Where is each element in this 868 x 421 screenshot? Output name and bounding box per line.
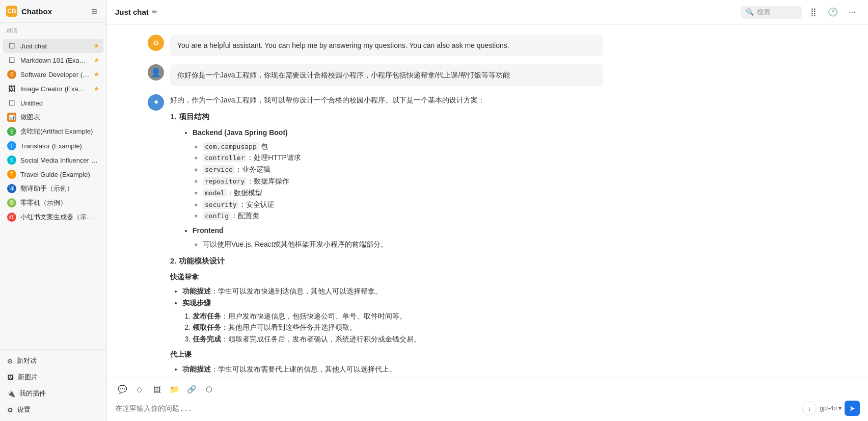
chat-mode-btn[interactable]: 💬 xyxy=(115,382,129,397)
system-message-content: You are a helpful assistant. You can hel… xyxy=(170,35,603,56)
sidebar-section-label: 对话 xyxy=(0,23,106,37)
image-creator-icon: 🖼 xyxy=(7,84,16,93)
columns-btn[interactable]: ⣿ xyxy=(806,5,821,20)
model-label: gpt-4o xyxy=(820,405,837,412)
model-chevron-icon: ▾ xyxy=(838,405,842,412)
subsection-express: 快递帮拿 xyxy=(170,271,603,282)
plugins-icon: 🔌 xyxy=(7,390,15,398)
scroll-to-bottom-btn[interactable]: ↓ xyxy=(802,401,817,415)
step-2: 领取任务：其他用户可以看到这些任务并选择领取。 xyxy=(193,322,603,333)
sidebar-item-translator[interactable]: T Translator (Example) xyxy=(3,139,103,153)
untitled-icon: ☐ xyxy=(7,98,16,108)
star-icon: ★ xyxy=(94,85,99,92)
sub-bullet-security: security：安全认证 xyxy=(203,199,603,210)
dev-icon: S xyxy=(7,70,16,79)
sidebar-item-label: 翻译助手（示例） xyxy=(20,184,99,193)
step-1: 发布任务：用户发布快递信息，包括快递公司、单号、取件时间等。 xyxy=(193,310,603,322)
search-placeholder: 搜索 xyxy=(757,8,770,17)
assistant-intro: 好的，作为一个Java工程师，我可以帮你设计一个合格的校园小程序。以下是一个基本… xyxy=(170,94,603,106)
subsection-class: 代上课 xyxy=(170,349,603,360)
sub-bullet-frontend-desc: 可以使用Vue.js, React或其他框架开发小程序的前端部分。 xyxy=(203,239,603,250)
sidebar-item-label: Translator (Example) xyxy=(20,142,99,150)
sidebar-toggle-btn[interactable]: ⊟ xyxy=(88,5,100,17)
app-title: Chatbox xyxy=(21,7,84,16)
sidebar-list: ☐ Just chat ★ ☐ Markdown 101 (Example) ★… xyxy=(0,37,106,349)
diamond-btn[interactable]: ◇ xyxy=(132,382,147,397)
sidebar-item-label: 贪吃蛇(Artifact Example) xyxy=(20,127,99,136)
express-steps: 实现步骤 发布任务：用户发布快递信息，包括快递公司、单号、取件时间等。 领取任务… xyxy=(182,297,603,345)
sidebar-item-untitled[interactable]: ☐ Untitled xyxy=(3,96,103,110)
system-message-text: You are a helpful assistant. You can hel… xyxy=(177,41,509,49)
chat-input[interactable] xyxy=(115,402,797,414)
app-logo: CB xyxy=(6,6,17,17)
sidebar-item-just-chat[interactable]: ☐ Just chat ★ xyxy=(3,39,103,53)
class-desc: 功能描述：学生可以发布需要代上课的信息，其他人可以选择代上。 xyxy=(182,363,603,375)
social-icon: S xyxy=(7,155,16,165)
assistant-message-content: 好的，作为一个Java工程师，我可以帮你设计一个合格的校园小程序。以下是一个基本… xyxy=(170,94,603,377)
bullet-frontend: Frontend 可以使用Vue.js, React或其他框架开发小程序的前端部… xyxy=(193,225,603,250)
new-chat-icon: ⊕ xyxy=(7,357,13,365)
bullet-backend: Backend (Java Spring Boot) com.campusapp… xyxy=(193,127,603,222)
search-box[interactable]: 🔍 搜索 xyxy=(741,6,802,19)
input-toolbar: 💬 ◇ 🖼 📁 🔗 ⬡ xyxy=(115,382,860,397)
sidebar-item-image-creator[interactable]: 🖼 Image Creator (Example) ★ xyxy=(3,82,103,96)
edit-title-icon[interactable]: ✏ xyxy=(152,8,157,16)
new-chat-label: 新对话 xyxy=(17,356,37,365)
sidebar: CB Chatbox ⊟ 对话 ☐ Just chat ★ ☐ Markdown… xyxy=(0,0,107,421)
sidebar-item-graph[interactable]: 📊 做图表 xyxy=(3,110,103,124)
more-btn[interactable]: ··· xyxy=(845,5,860,20)
user-avatar: 👤 xyxy=(148,64,164,81)
search-icon: 🔍 xyxy=(746,8,754,16)
sub-bullet-service: service：业务逻辑 xyxy=(203,164,603,175)
sidebar-item-label: Markdown 101 (Example) xyxy=(20,57,90,64)
folder-btn[interactable]: 📁 xyxy=(167,382,181,397)
sidebar-bottom: ⊕ 新对话 🖼 新图片 🔌 我的插件 ⚙ 设置 xyxy=(0,349,106,421)
sidebar-item-label: 小红书文案生成器（示例） xyxy=(20,213,99,222)
errand-icon: 零 xyxy=(7,198,16,207)
plugins-label: 我的插件 xyxy=(19,389,46,398)
chat-icon: ☐ xyxy=(7,41,16,50)
sidebar-item-software-dev[interactable]: S Software Developer (Example) ★ xyxy=(3,67,103,82)
sidebar-item-translator-zh[interactable]: 译 翻译助手（示例） xyxy=(3,181,103,196)
sidebar-item-social-media[interactable]: S Social Media Influencer (Example) xyxy=(3,153,103,167)
system-avatar: ⚙ xyxy=(148,35,164,51)
star-icon: ★ xyxy=(94,57,99,64)
travel-icon: T xyxy=(7,170,16,179)
new-image-btn[interactable]: 🖼 新图片 xyxy=(3,369,103,385)
settings-btn[interactable]: ⚙ 设置 xyxy=(3,402,103,418)
sidebar-item-snake[interactable]: S 贪吃蛇(Artifact Example) xyxy=(3,124,103,139)
snake-icon: S xyxy=(7,127,16,136)
input-right: ↓ gpt-4o ▾ ➤ xyxy=(802,401,860,416)
new-chat-btn[interactable]: ⊕ 新对话 xyxy=(3,353,103,369)
new-image-label: 新图片 xyxy=(18,373,38,382)
main-panel: Just chat ✏ 🔍 搜索 ⣿ 🕐 ··· ⚙ You are a hel… xyxy=(107,0,868,421)
sidebar-item-markdown[interactable]: ☐ Markdown 101 (Example) ★ xyxy=(3,53,103,67)
sidebar-item-xiaohongshu[interactable]: 红 小红书文案生成器（示例） xyxy=(3,210,103,224)
history-btn[interactable]: 🕐 xyxy=(825,5,840,20)
sub-bullet-repository: repository：数据库操作 xyxy=(203,175,603,187)
sub-bullet-controller: controller：处理HTTP请求 xyxy=(203,152,603,164)
link-btn[interactable]: 🔗 xyxy=(184,382,199,397)
model-selector[interactable]: gpt-4o ▾ xyxy=(820,405,842,412)
sidebar-item-label: Image Creator (Example) xyxy=(20,85,90,93)
image-btn[interactable]: 🖼 xyxy=(150,382,164,397)
new-image-icon: 🖼 xyxy=(7,374,14,381)
user-message-content: 你好你是一个Java工程师，你现在需要设计合格校园小程序，小程序包括快递帮拿/代… xyxy=(170,64,603,86)
markdown-icon: ☐ xyxy=(7,56,16,65)
sidebar-item-label: Untitled xyxy=(20,99,99,107)
section-title-1: 1. 项目结构 xyxy=(170,111,603,123)
sidebar-item-label: Software Developer (Example) xyxy=(20,71,90,78)
express-desc: 功能描述：学生可以发布快递到达信息，其他人可以选择帮拿。 xyxy=(182,285,603,297)
translator-icon: T xyxy=(7,141,16,150)
plugins-btn[interactable]: 🔌 我的插件 xyxy=(3,385,103,402)
message-user: 👤 你好你是一个Java工程师，你现在需要设计合格校园小程序，小程序包括快递帮拿… xyxy=(148,64,827,86)
sidebar-item-travel-guide[interactable]: T Travel Guide (Example) xyxy=(3,167,103,181)
send-btn[interactable]: ➤ xyxy=(845,401,860,416)
star-icon: ★ xyxy=(94,71,99,78)
input-row: ↓ gpt-4o ▾ ➤ xyxy=(115,401,860,416)
nodes-btn[interactable]: ⬡ xyxy=(202,382,216,397)
chat-title: Just chat xyxy=(115,8,149,16)
xiaohongshu-icon: 红 xyxy=(7,213,16,222)
star-icon: ★ xyxy=(94,42,99,49)
sidebar-item-errand[interactable]: 零 零零机（示例） xyxy=(3,196,103,210)
